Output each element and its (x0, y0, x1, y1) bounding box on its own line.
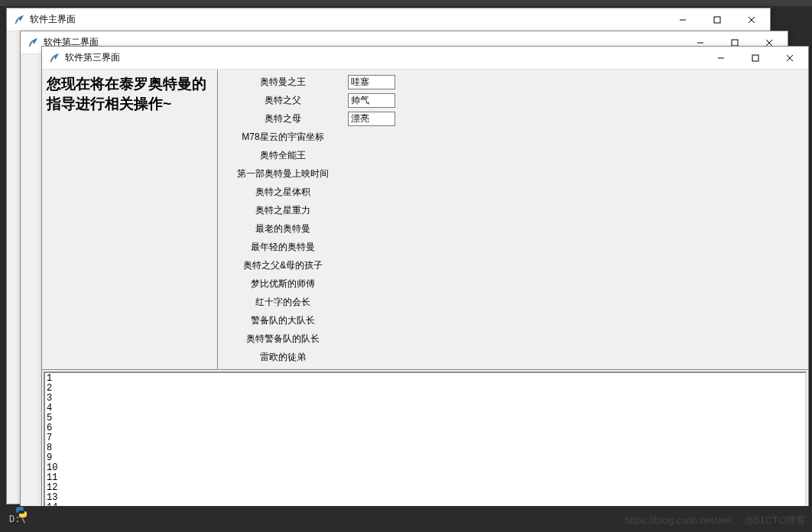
tk-feather-icon (13, 14, 25, 26)
form-label: 第一部奥特曼上映时间 (218, 167, 348, 180)
form-row: 奥特曼之王 (218, 73, 808, 91)
form-label: 警备队的大队长 (218, 314, 348, 327)
titlebar-third[interactable]: 软件第三界面 (42, 47, 808, 70)
form-label: 奥特之星体积 (218, 186, 348, 199)
maximize-button[interactable] (738, 47, 772, 69)
form-label: 奥特之母 (218, 112, 348, 125)
form-row: 梦比优斯的师傅 (218, 274, 808, 293)
form-label: 奥特之父 (218, 94, 348, 107)
form-row: 最年轻的奥特曼 (218, 238, 808, 256)
close-button[interactable] (772, 47, 807, 69)
form-input[interactable] (348, 75, 395, 89)
title-main: 软件主界面 (30, 13, 665, 26)
form-label: 奥特警备队的队长 (218, 332, 348, 345)
tk-feather-icon (27, 37, 39, 49)
form-row: 奥特全能王 (218, 146, 808, 164)
minimize-button[interactable] (703, 47, 738, 69)
form-label: 奥特之父&母的孩子 (218, 259, 348, 272)
form-row: 奥特之星体积 (218, 183, 808, 201)
maximize-button[interactable] (700, 8, 734, 31)
form-label: 奥特曼之王 (218, 76, 348, 89)
form-row: 奥特之母 (218, 109, 808, 128)
close-button[interactable] (734, 8, 768, 31)
form-input[interactable] (348, 93, 395, 108)
ide-tab-bar (0, 0, 812, 6)
python-icon (15, 506, 28, 518)
svg-rect-5 (732, 40, 738, 46)
form-label: 最老的奥特曼 (218, 222, 348, 235)
terminal[interactable]: D:\ (0, 506, 812, 532)
form-label: 雷欧的徒弟 (218, 351, 348, 364)
listbox[interactable]: 1 2 3 4 5 6 7 8 9 10 11 12 13 14 (44, 371, 807, 525)
form-label: M78星云的宇宙坐标 (218, 131, 348, 144)
form-row: M78星云的宇宙坐标 (218, 128, 808, 146)
form-row: 奥特之星重力 (218, 201, 808, 219)
form-row: 警备队的大队长 (218, 311, 808, 329)
form-row: 奥特警备队的队长 (218, 329, 808, 348)
form-row: 奥特之父&母的孩子 (218, 256, 808, 274)
heading-label: 您现在将在泰罗奥特曼的指导进行相关操作~ (42, 70, 218, 369)
form-row: 最老的奥特曼 (218, 219, 808, 238)
form-label: 红十字的会长 (218, 296, 348, 309)
form-label: 奥特全能王 (218, 149, 348, 162)
tk-feather-icon (48, 52, 60, 64)
window-third-content: 您现在将在泰罗奥特曼的指导进行相关操作~ 奥特曼之王奥特之父奥特之母M78星云的… (42, 70, 808, 527)
svg-rect-9 (752, 55, 758, 61)
window-third: 软件第三界面 您现在将在泰罗奥特曼的指导进行相关操作~ 奥特曼之王奥特之父奥特之… (41, 46, 809, 527)
form-row: 红十字的会长 (218, 293, 808, 311)
form-row: 奥特之父 (218, 91, 808, 109)
svg-rect-1 (714, 17, 720, 23)
titlebar-main[interactable]: 软件主界面 (7, 8, 770, 31)
minimize-button[interactable] (665, 8, 700, 31)
form-row: 雷欧的徒弟 (218, 348, 808, 366)
form-label: 最年轻的奥特曼 (218, 241, 348, 254)
form-label: 奥特之星重力 (218, 204, 348, 217)
title-third: 软件第三界面 (65, 51, 703, 64)
form-input[interactable] (348, 112, 395, 126)
form-row: 第一部奥特曼上映时间 (218, 164, 808, 183)
form-area: 奥特曼之王奥特之父奥特之母M78星云的宇宙坐标奥特全能王第一部奥特曼上映时间奥特… (218, 70, 808, 369)
form-label: 梦比优斯的师傅 (218, 277, 348, 290)
